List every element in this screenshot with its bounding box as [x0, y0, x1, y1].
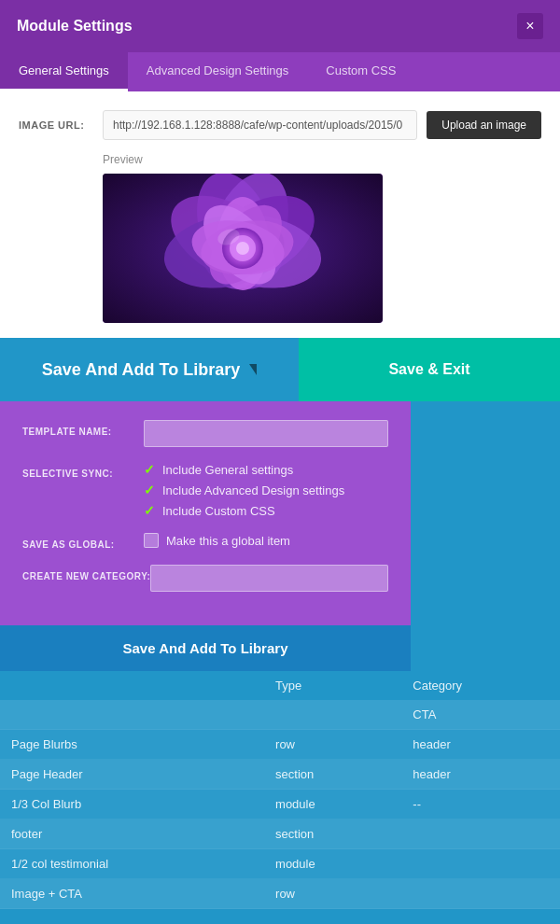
row-type: section: [264, 760, 401, 790]
row-category: [401, 849, 560, 879]
row-category: [401, 879, 560, 909]
col-header-category: Category: [401, 671, 560, 700]
table-row[interactable]: footer section: [0, 819, 560, 849]
save-global-row: SAVE AS GLOBAL: Make this a global item: [22, 533, 388, 550]
save-library-panel-button[interactable]: Save And Add To Library: [0, 625, 411, 671]
tab-custom-css[interactable]: Custom CSS: [307, 52, 414, 91]
library-save-panel: TEMPLATE NAME: SELECTIVE SYNC: ✓ Include…: [0, 401, 411, 625]
row-type: section: [264, 819, 401, 849]
row-name: [0, 700, 264, 730]
save-and-add-to-library-button[interactable]: Save And Add To Library: [0, 338, 299, 401]
row-type: [264, 700, 401, 730]
save-global-label: SAVE AS GLOBAL:: [22, 533, 144, 550]
global-label-text: Make this a global item: [166, 534, 290, 548]
library-table-area: Type Category CTA Page Blurbs row header…: [0, 671, 560, 909]
global-checkbox[interactable]: Make this a global item: [144, 533, 290, 548]
svg-point-14: [236, 242, 249, 255]
row-name: Page Header: [0, 760, 264, 790]
row-category: [401, 819, 560, 849]
row-name: Image + CTA: [0, 879, 264, 909]
check-css: ✓: [144, 503, 155, 518]
tabs-bar: General Settings Advanced Design Setting…: [0, 52, 560, 91]
sync-option-advanced[interactable]: ✓ Include Advanced Design settings: [144, 483, 344, 497]
template-name-label: TEMPLATE NAME:: [22, 420, 144, 437]
row-name: footer: [0, 819, 264, 849]
close-button[interactable]: ×: [517, 13, 543, 39]
sync-options-group: ✓ Include General settings ✓ Include Adv…: [144, 462, 344, 518]
table-row[interactable]: Image + CTA row: [0, 879, 560, 909]
selective-sync-label: SELECTIVE SYNC:: [22, 462, 144, 479]
tab-advanced-design[interactable]: Advanced Design Settings: [128, 52, 307, 91]
global-checkbox-box[interactable]: [144, 533, 159, 548]
table-row[interactable]: CTA: [0, 700, 560, 730]
sync-option-css[interactable]: ✓ Include Custom CSS: [144, 503, 344, 518]
new-category-row: CREATE NEW CATEGORY:: [22, 565, 388, 592]
tab-general-settings[interactable]: General Settings: [0, 52, 128, 91]
save-and-exit-button[interactable]: Save & Exit: [299, 338, 560, 401]
new-category-input[interactable]: [150, 565, 388, 592]
row-category: header: [401, 760, 560, 790]
row-name: 1/2 col testimonial: [0, 849, 264, 879]
table-row[interactable]: Page Header section header: [0, 760, 560, 790]
image-preview: [103, 174, 383, 323]
table-header-row: Type Category: [0, 671, 560, 700]
module-settings-panel: Module Settings × General Settings Advan…: [0, 0, 560, 338]
settings-body: IMAGE URL: Upload an image Preview: [0, 91, 560, 338]
preview-label: Preview: [103, 153, 541, 166]
table-body: CTA Page Blurbs row header Page Header s…: [0, 700, 560, 909]
row-category: CTA: [401, 700, 560, 730]
library-table: Type Category CTA Page Blurbs row header…: [0, 671, 560, 909]
sync-option-general[interactable]: ✓ Include General settings: [144, 462, 344, 477]
row-category: --: [401, 790, 560, 819]
template-name-input[interactable]: [144, 420, 388, 447]
image-url-label: IMAGE URL:: [19, 119, 93, 131]
table-row[interactable]: 1/3 Col Blurb module --: [0, 790, 560, 819]
row-name: Page Blurbs: [0, 730, 264, 760]
cursor-icon: [249, 364, 257, 375]
row-type: module: [264, 849, 401, 879]
row-category: header: [401, 730, 560, 760]
action-buttons-row: Save And Add To Library Save & Exit: [0, 338, 560, 401]
module-title: Module Settings: [17, 18, 133, 35]
row-type: row: [264, 879, 401, 909]
module-header: Module Settings ×: [0, 0, 560, 52]
image-url-input[interactable]: [103, 110, 417, 140]
selective-sync-row: SELECTIVE SYNC: ✓ Include General settin…: [22, 462, 388, 518]
upload-image-button[interactable]: Upload an image: [427, 111, 541, 139]
image-url-row: IMAGE URL: Upload an image: [19, 110, 541, 140]
template-name-row: TEMPLATE NAME:: [22, 420, 388, 447]
table-row[interactable]: Page Blurbs row header: [0, 730, 560, 760]
check-advanced: ✓: [144, 483, 155, 497]
row-type: module: [264, 790, 401, 819]
table-row[interactable]: 1/2 col testimonial module: [0, 849, 560, 879]
row-type: row: [264, 730, 401, 760]
check-general: ✓: [144, 462, 155, 477]
row-name: 1/3 Col Blurb: [0, 790, 264, 819]
col-header-type: Type: [264, 671, 401, 700]
col-header-name: [0, 671, 264, 700]
new-category-label: CREATE NEW CATEGORY:: [22, 565, 150, 581]
